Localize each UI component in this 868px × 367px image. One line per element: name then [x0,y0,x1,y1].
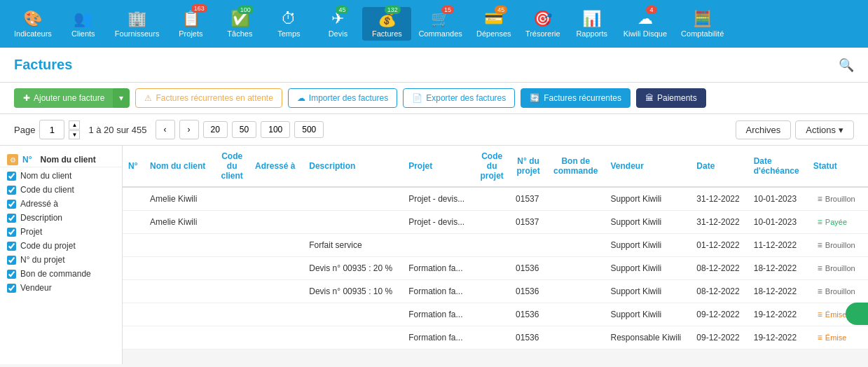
col-item-code-projet[interactable]: Code du projet [0,239,122,253]
nav-item-fournisseurs[interactable]: 🏢 Fournisseurs [108,7,167,41]
table-row[interactable]: Formation fa... 01536 Support Kiwili 09-… [123,303,868,326]
nav-item-commandes[interactable]: 15 🛒 Commandes [411,7,469,41]
payments-button[interactable]: 🏛 Paiements [636,88,706,108]
table-row[interactable]: Amelie Kiwili Projet - devis... 01537 Su… [123,187,868,211]
cell-code-projet [474,326,510,349]
th-adresse[interactable]: Adressé à [249,146,303,187]
cell-vendeur: Responsable Kiwili [605,326,691,349]
th-description[interactable]: Description [303,146,403,187]
col-item-code-client[interactable]: Code du client [0,183,122,197]
page-size-20[interactable]: 20 [203,121,228,138]
nav-label-commandes: Commandes [418,29,462,38]
th-no[interactable]: N° [123,146,144,187]
page-size-100[interactable]: 100 [261,121,290,138]
next-page-button[interactable]: › [179,120,199,139]
col-item-vendeur[interactable]: Vendeur [0,281,122,295]
add-dropdown-button[interactable]: ▾ [113,88,130,108]
nav-item-comptabilite[interactable]: 🧮 Comptabilité [674,7,731,41]
col-item-adresse[interactable]: Adressé à [0,197,122,211]
pagination-bar: Page ▲ ▼ 1 à 20 sur 455 ‹ › 20 50 100 50… [0,114,868,146]
nav-label-comptabilite: Comptabilité [681,29,724,38]
col-item-description[interactable]: Description [0,211,122,225]
support-circle[interactable] [846,303,868,325]
table-row[interactable]: Formation fa... 01536 Responsable Kiwili… [123,326,868,349]
nav-label-clients: Clients [71,29,95,38]
nav-item-kiwili-disque[interactable]: 4 ☁ Kiwili Disque [616,7,674,41]
col-label-code-client: Code du client [20,185,74,195]
search-button[interactable]: 🔍 [839,57,854,73]
import-button[interactable]: ☁ Importer des factures [288,88,397,108]
col-item-no-projet[interactable]: N° du projet [0,253,122,267]
rapports-icon: 📊 [582,10,601,28]
nav-item-devis[interactable]: 45 ✈ Devis [313,7,362,41]
cell-vendeur: Support Kiwili [605,211,691,234]
cell-no-projet: 01537 [510,187,546,211]
col-checkbox-adresse[interactable] [7,200,16,209]
th-bon-commande[interactable]: Bon decommande [546,146,605,187]
th-no-projet[interactable]: N° duprojet [510,146,546,187]
col-checkbox-no-projet[interactable] [7,256,16,265]
nav-item-depenses[interactable]: 45 💳 Dépenses [469,7,518,41]
col-checkbox-bon-commande[interactable] [7,270,16,279]
col-checkbox-nom-client[interactable] [7,172,16,181]
th-code-projet[interactable]: Codeduprojet [474,146,510,187]
col-item-projet[interactable]: Projet [0,225,122,239]
col-label-bon-commande: Bon de commande [20,269,91,279]
cell-adresse [249,280,303,303]
th-projet[interactable]: Projet [403,146,474,187]
page-up-button[interactable]: ▲ [69,120,80,130]
export-button[interactable]: 📄 Exporter des factures [403,88,515,108]
table-row[interactable]: Forfait service Support Kiwili 01-12-202… [123,234,868,257]
indicateurs-icon: 🎨 [23,10,42,28]
th-code-client[interactable]: Codeduclient [214,146,249,187]
add-invoice-button[interactable]: ✚ Ajouter une facture [14,88,113,108]
cell-description [303,211,403,234]
col-item-bon-commande[interactable]: Bon de commande [0,267,122,281]
page-size-500[interactable]: 500 [294,121,324,138]
table-row[interactable]: Amelie Kiwili Projet - devis... 01537 Su… [123,211,868,234]
page-input[interactable] [39,120,64,139]
table-row[interactable]: Devis n° 00935 : 20 % Formation fa... 01… [123,257,868,280]
cell-vendeur: Support Kiwili [605,234,691,257]
nav-item-factures[interactable]: 132 💰 Factures [362,7,411,41]
table-row[interactable]: Devis n° 00935 : 10 % Formation fa... 01… [123,280,868,303]
col-checkbox-code-projet[interactable] [7,242,16,251]
cell-date-echeance: 18-12-2022 [748,280,808,303]
warning-icon: ⚠ [144,93,152,103]
cell-date: 08-12-2022 [691,280,748,303]
cell-vendeur: Support Kiwili [605,280,691,303]
cell-projet: Formation fa... [403,303,474,326]
page-size-50[interactable]: 50 [232,121,256,138]
nav-item-taches[interactable]: 100 ✅ Tâches [215,7,264,41]
nav-item-indicateurs[interactable]: 🎨 Indicateurs [7,7,59,41]
nav-item-clients[interactable]: 👥 Clients [59,7,108,41]
payments-icon: 🏛 [645,93,654,103]
col-checkbox-description[interactable] [7,214,16,223]
status-badge: ≡Payée [813,216,851,228]
th-date[interactable]: Date [691,146,748,187]
th-nom-client[interactable]: Nom du client [144,146,214,187]
actions-button[interactable]: Actions ▾ [795,120,854,139]
cell-no-projet: 01536 [510,257,546,280]
th-vendeur[interactable]: Vendeur [605,146,691,187]
th-date-echeance[interactable]: Dated'échéance [748,146,808,187]
invoices-table: N° Nom du client Codeduclient Adressé à … [123,146,868,349]
nav-item-projets[interactable]: 163 📋 Projets [166,7,215,41]
factures-badge: 132 [385,6,401,14]
page-down-button[interactable]: ▼ [69,130,80,139]
col-checkbox-vendeur[interactable] [7,284,16,293]
col-item-nom-client[interactable]: Nom du client [0,169,122,183]
nav-label-taches: Tâches [227,29,252,38]
th-statut[interactable]: Statut [808,146,868,187]
archives-button[interactable]: Archives [736,120,792,139]
plus-icon: ✚ [23,93,30,103]
nav-item-tresorerie[interactable]: 🎯 Trésorerie [518,7,567,41]
nav-item-temps[interactable]: ⏱ Temps [264,7,313,41]
recurring-warning-button[interactable]: ⚠ Factures récurrentes en attente [135,88,282,108]
nav-item-rapports[interactable]: 📊 Rapports [567,7,616,41]
col-checkbox-code-client[interactable] [7,186,16,195]
prev-page-button[interactable]: ‹ [156,120,175,139]
status-icon: ≡ [818,194,822,204]
col-checkbox-projet[interactable] [7,228,16,237]
recurring-button[interactable]: 🔄 Factures récurrentes [521,88,631,108]
